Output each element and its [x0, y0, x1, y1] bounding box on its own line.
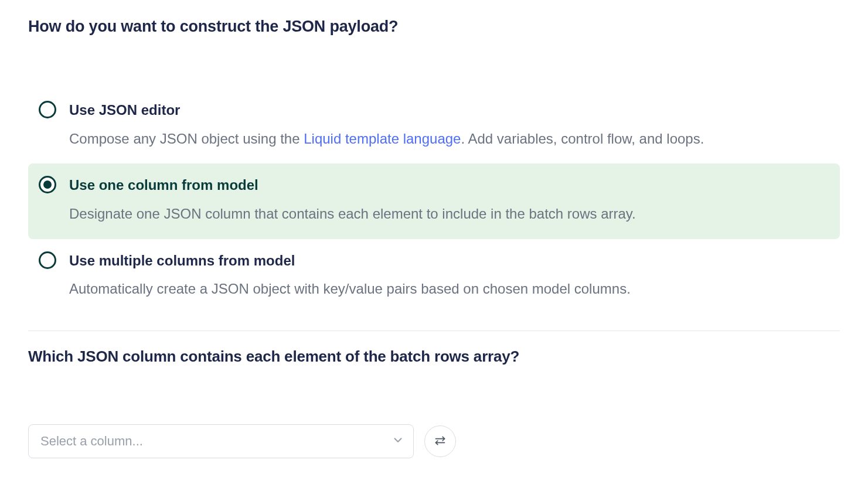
radio-option-description: Designate one JSON column that contains … — [69, 202, 829, 226]
radio-option-description: Automatically create a JSON object with … — [69, 277, 829, 301]
radio-content: Use one column from model Designate one … — [69, 175, 829, 226]
swap-icon — [434, 435, 446, 448]
radio-circle-icon — [39, 176, 56, 193]
radio-option-multiple-columns[interactable]: Use multiple columns from model Automati… — [28, 239, 840, 314]
radio-circle-icon — [39, 251, 56, 269]
radio-option-title: Use one column from model — [69, 175, 829, 195]
radio-option-description: Compose any JSON object using the Liquid… — [69, 127, 829, 151]
liquid-link[interactable]: Liquid template language — [304, 131, 461, 147]
swap-button[interactable] — [424, 425, 456, 457]
page-heading: How do you want to construct the JSON pa… — [28, 18, 840, 36]
radio-option-one-column[interactable]: Use one column from model Designate one … — [28, 164, 840, 239]
section-divider — [28, 331, 840, 331]
radio-option-title: Use JSON editor — [69, 100, 829, 120]
radio-circle-icon — [39, 101, 56, 118]
radio-content: Use JSON editor Compose any JSON object … — [69, 100, 829, 151]
radio-option-json-editor[interactable]: Use JSON editor Compose any JSON object … — [28, 88, 840, 164]
select-row: Select a column... — [28, 424, 840, 458]
select-placeholder: Select a column... — [40, 434, 143, 449]
radio-dot-icon — [43, 181, 52, 189]
column-select-wrap: Select a column... — [28, 424, 414, 458]
column-select[interactable]: Select a column... — [28, 424, 414, 458]
desc-text-post: . Add variables, control flow, and loops… — [461, 131, 704, 147]
radio-options-group: Use JSON editor Compose any JSON object … — [28, 88, 840, 314]
radio-content: Use multiple columns from model Automati… — [69, 251, 829, 301]
radio-option-title: Use multiple columns from model — [69, 251, 829, 271]
sub-heading: Which JSON column contains each element … — [28, 348, 840, 366]
desc-text-pre: Compose any JSON object using the — [69, 131, 304, 147]
